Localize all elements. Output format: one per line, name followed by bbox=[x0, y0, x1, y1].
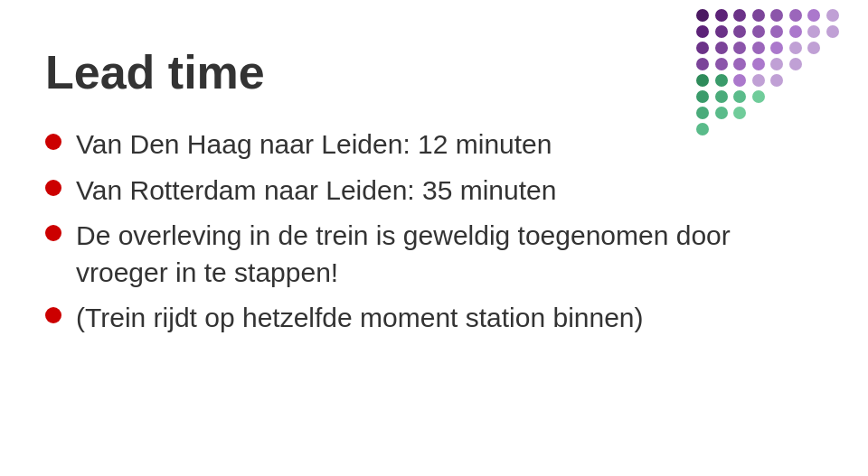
dot-cell-5-0 bbox=[696, 90, 709, 103]
dot-cell-6-6 bbox=[807, 107, 820, 119]
dot-cell-3-1 bbox=[715, 58, 728, 70]
dot-cell-5-1 bbox=[715, 90, 728, 103]
dot-cell-4-5 bbox=[789, 74, 802, 87]
dot-cell-0-7 bbox=[826, 9, 839, 22]
dot-cell-5-4 bbox=[770, 90, 783, 103]
dot-cell-1-3 bbox=[752, 25, 765, 38]
dot-cell-6-2 bbox=[733, 107, 746, 119]
dot-cell-6-0 bbox=[696, 107, 709, 119]
dot-cell-2-6 bbox=[807, 42, 820, 54]
dot-cell-2-5 bbox=[789, 42, 802, 54]
dot-cell-7-5 bbox=[789, 123, 802, 135]
dot-cell-2-3 bbox=[752, 42, 765, 54]
bullet-text-2: De overleving in de trein is geweldig to… bbox=[76, 218, 823, 291]
dot-cell-6-1 bbox=[715, 107, 728, 119]
dot-grid-decoration bbox=[696, 9, 841, 154]
dot-cell-7-2 bbox=[733, 123, 746, 135]
dot-cell-3-5 bbox=[789, 58, 802, 70]
dot-cell-5-6 bbox=[807, 90, 820, 103]
dot-cell-1-1 bbox=[715, 25, 728, 38]
dot-cell-6-4 bbox=[770, 107, 783, 119]
bullet-item-2: De overleving in de trein is geweldig to… bbox=[45, 218, 823, 291]
dot-cell-7-0 bbox=[696, 123, 709, 135]
dot-cell-0-1 bbox=[715, 9, 728, 22]
dot-cell-4-0 bbox=[696, 74, 709, 87]
dot-cell-2-2 bbox=[733, 42, 746, 54]
bullet-item-1: Van Rotterdam naar Leiden: 35 minuten bbox=[45, 173, 823, 210]
dot-cell-4-1 bbox=[715, 74, 728, 87]
dot-cell-2-7 bbox=[826, 42, 839, 54]
dot-cell-0-4 bbox=[770, 9, 783, 22]
bullet-text-1: Van Rotterdam naar Leiden: 35 minuten bbox=[76, 173, 823, 210]
dot-cell-4-3 bbox=[752, 74, 765, 87]
dot-cell-0-5 bbox=[789, 9, 802, 22]
dot-cell-7-4 bbox=[770, 123, 783, 135]
dot-cell-7-3 bbox=[752, 123, 765, 135]
bullet-dot-0 bbox=[45, 134, 61, 150]
dot-cell-1-2 bbox=[733, 25, 746, 38]
dot-cell-3-0 bbox=[696, 58, 709, 70]
dot-cell-5-7 bbox=[826, 90, 839, 103]
bullet-text-3: (Trein rijdt op hetzelfde moment station… bbox=[76, 300, 823, 337]
dot-cell-0-3 bbox=[752, 9, 765, 22]
dot-cell-7-6 bbox=[807, 123, 820, 135]
bullet-dot-1 bbox=[45, 180, 61, 196]
bullet-dot-2 bbox=[45, 225, 61, 241]
dot-cell-3-4 bbox=[770, 58, 783, 70]
dot-cell-5-2 bbox=[733, 90, 746, 103]
dot-cell-7-1 bbox=[715, 123, 728, 135]
dot-cell-1-7 bbox=[826, 25, 839, 38]
dot-cell-1-0 bbox=[696, 25, 709, 38]
bullet-list: Van Den Haag naar Leiden: 12 minutenVan … bbox=[45, 126, 823, 337]
dot-cell-2-1 bbox=[715, 42, 728, 54]
bullet-item-3: (Trein rijdt op hetzelfde moment station… bbox=[45, 300, 823, 337]
dot-cell-3-2 bbox=[733, 58, 746, 70]
dot-cell-7-7 bbox=[826, 123, 839, 135]
dot-cell-3-3 bbox=[752, 58, 765, 70]
dot-cell-5-5 bbox=[789, 90, 802, 103]
dot-cell-1-5 bbox=[789, 25, 802, 38]
slide: Lead time Van Den Haag naar Leiden: 12 m… bbox=[0, 0, 868, 476]
dot-cell-3-6 bbox=[807, 58, 820, 70]
dot-cell-1-4 bbox=[770, 25, 783, 38]
dot-cell-6-3 bbox=[752, 107, 765, 119]
dot-cell-6-7 bbox=[826, 107, 839, 119]
dot-cell-0-6 bbox=[807, 9, 820, 22]
dot-cell-0-2 bbox=[733, 9, 746, 22]
dot-cell-2-0 bbox=[696, 42, 709, 54]
dot-cell-4-7 bbox=[826, 74, 839, 87]
dot-cell-6-5 bbox=[789, 107, 802, 119]
dot-cell-3-7 bbox=[826, 58, 839, 70]
dot-cell-5-3 bbox=[752, 90, 765, 103]
dot-cell-1-6 bbox=[807, 25, 820, 38]
bullet-dot-3 bbox=[45, 307, 61, 323]
dot-cell-2-4 bbox=[770, 42, 783, 54]
dot-cell-4-6 bbox=[807, 74, 820, 87]
dot-cell-4-4 bbox=[770, 74, 783, 87]
dot-cell-0-0 bbox=[696, 9, 709, 22]
dot-cell-4-2 bbox=[733, 74, 746, 87]
